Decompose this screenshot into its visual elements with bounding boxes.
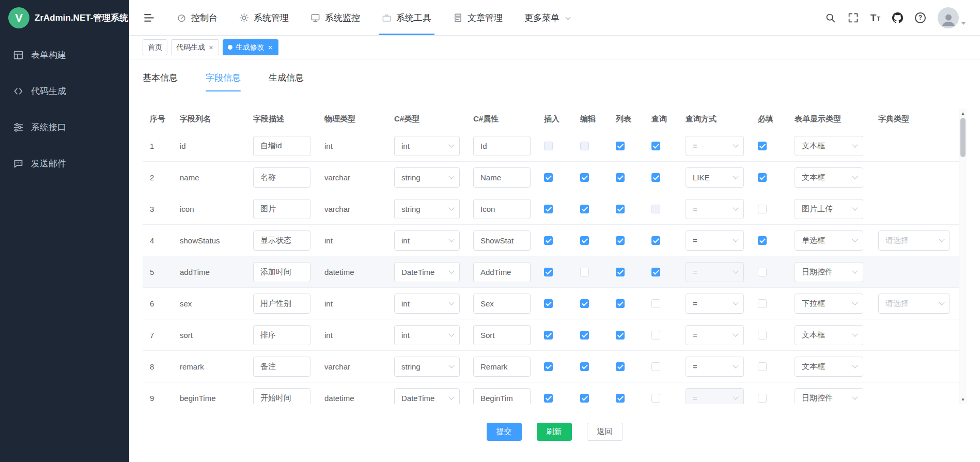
cs-type-select[interactable]: int (394, 294, 460, 314)
tag-home[interactable]: 首页 (143, 39, 167, 55)
field-description-input[interactable]: 用户性别 (253, 294, 310, 314)
query-mode-select[interactable]: = (686, 294, 744, 314)
edit-checkbox[interactable] (580, 205, 589, 213)
query-mode-select[interactable]: = (686, 199, 744, 219)
submit-button[interactable]: 提交 (487, 423, 522, 441)
query-checkbox[interactable] (651, 142, 660, 150)
insert-checkbox[interactable] (544, 205, 553, 213)
tab-gen-info[interactable]: 生成信息 (269, 72, 304, 91)
sidebar-item-form-build[interactable]: 表单构建 (0, 37, 129, 73)
edit-checkbox[interactable] (580, 236, 589, 245)
display-type-select[interactable]: 下拉框 (795, 294, 863, 314)
insert-checkbox[interactable] (544, 331, 553, 340)
required-checkbox[interactable] (758, 205, 767, 213)
scrollbar-thumb[interactable] (960, 118, 966, 157)
dict-type-select[interactable]: 请选择 (878, 294, 950, 314)
query-checkbox[interactable] (651, 236, 660, 245)
field-description-input[interactable]: 排序 (253, 325, 310, 345)
cs-type-select[interactable]: int (394, 230, 460, 251)
query-mode-select[interactable]: = (686, 230, 744, 251)
list-checkbox[interactable] (616, 362, 625, 371)
insert-checkbox[interactable] (544, 299, 553, 308)
insert-checkbox[interactable] (544, 268, 553, 276)
cs-type-select[interactable]: DateTime (394, 388, 460, 405)
list-checkbox[interactable] (616, 236, 625, 245)
scroll-down-icon[interactable]: ▼ (959, 395, 967, 404)
display-type-select[interactable]: 日期控件 (795, 262, 863, 282)
field-description-input[interactable]: 图片 (253, 199, 310, 219)
insert-checkbox[interactable] (544, 236, 553, 245)
nav-item-dashboard[interactable]: 控制台 (166, 0, 228, 35)
insert-checkbox[interactable] (544, 362, 553, 371)
query-mode-select[interactable]: LIKE (686, 167, 744, 188)
display-type-select[interactable]: 单选框 (795, 230, 863, 251)
query-mode-select[interactable]: = (686, 325, 744, 345)
edit-checkbox[interactable] (580, 394, 589, 403)
required-checkbox[interactable] (758, 362, 767, 371)
cs-type-select[interactable]: int (394, 325, 460, 345)
tab-basic-info[interactable]: 基本信息 (143, 72, 178, 91)
field-description-input[interactable]: 名称 (253, 167, 310, 188)
nav-item-system-tools[interactable]: 系统工具 (371, 0, 442, 35)
github-icon[interactable] (892, 12, 903, 23)
search-icon[interactable] (825, 12, 836, 23)
required-checkbox[interactable] (758, 394, 767, 403)
list-checkbox[interactable] (616, 142, 625, 150)
cs-property-input[interactable]: Sex (473, 294, 531, 314)
list-checkbox[interactable] (616, 394, 625, 403)
sidebar-item-system-api[interactable]: 系统接口 (0, 109, 129, 145)
required-checkbox[interactable] (758, 331, 767, 340)
nav-item-system-manage[interactable]: 系统管理 (228, 0, 300, 35)
required-checkbox[interactable] (758, 236, 767, 245)
field-description-input[interactable]: 开始时间 (253, 388, 310, 405)
cs-property-input[interactable]: BeginTim (473, 388, 531, 405)
collapse-sidebar-icon[interactable] (143, 11, 155, 24)
cs-property-input[interactable]: Icon (473, 199, 531, 219)
display-type-select[interactable]: 日期控件 (795, 388, 863, 405)
list-checkbox[interactable] (616, 331, 625, 340)
display-type-select[interactable]: 文本框 (795, 136, 863, 156)
list-checkbox[interactable] (616, 299, 625, 308)
app-logo[interactable]: V ZrAdmin.NET-管理系统 (0, 0, 129, 36)
edit-checkbox[interactable] (580, 362, 589, 371)
font-size-icon[interactable]: TT (870, 13, 880, 23)
cs-type-select[interactable]: int (394, 136, 460, 156)
cs-property-input[interactable]: Name (473, 167, 531, 188)
cs-property-input[interactable]: Remark (473, 357, 531, 377)
cs-property-input[interactable]: AddTime (473, 262, 531, 282)
list-checkbox[interactable] (616, 205, 625, 213)
tag-gen-edit[interactable]: 生成修改× (223, 39, 278, 55)
close-icon[interactable]: × (268, 43, 273, 51)
nav-item-article-manage[interactable]: 文章管理 (442, 0, 514, 35)
edit-checkbox[interactable] (580, 331, 589, 340)
cs-type-select[interactable]: string (394, 199, 460, 219)
field-description-input[interactable]: 显示状态 (253, 230, 310, 251)
display-type-select[interactable]: 文本框 (795, 325, 863, 345)
insert-checkbox[interactable] (544, 173, 553, 182)
query-checkbox[interactable] (651, 268, 660, 276)
query-checkbox[interactable] (651, 394, 660, 403)
query-checkbox[interactable] (651, 362, 660, 371)
cs-property-input[interactable]: Sort (473, 325, 531, 345)
cs-type-select[interactable]: string (394, 357, 460, 377)
query-mode-select[interactable]: = (686, 136, 744, 156)
nav-item-more-menu[interactable]: 更多菜单 (514, 0, 581, 35)
edit-checkbox[interactable] (580, 299, 589, 308)
list-checkbox[interactable] (616, 173, 625, 182)
required-checkbox[interactable] (758, 299, 767, 308)
field-description-input[interactable]: 备注 (253, 357, 310, 377)
required-checkbox[interactable] (758, 142, 767, 150)
table-scrollbar[interactable]: ▲ ▼ (959, 109, 967, 404)
cs-type-select[interactable]: DateTime (394, 262, 460, 282)
edit-checkbox[interactable] (580, 173, 589, 182)
fullscreen-icon[interactable] (848, 12, 859, 23)
display-type-select[interactable]: 图片上传 (795, 199, 863, 219)
query-checkbox[interactable] (651, 331, 660, 340)
nav-item-system-monitor[interactable]: 系统监控 (300, 0, 371, 35)
scroll-up-icon[interactable]: ▲ (959, 109, 967, 117)
cs-type-select[interactable]: string (394, 167, 460, 188)
dict-type-select[interactable]: 请选择 (878, 230, 950, 251)
tag-code-gen[interactable]: 代码生成× (171, 39, 219, 55)
back-button[interactable]: 返回 (587, 423, 623, 441)
tab-field-info[interactable]: 字段信息 (206, 72, 241, 91)
